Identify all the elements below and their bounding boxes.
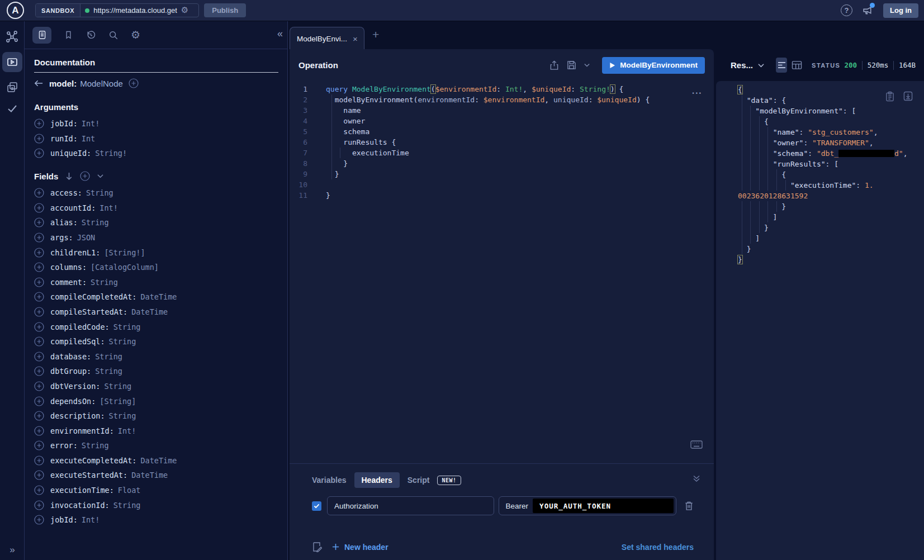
history-icon[interactable] (86, 30, 96, 40)
sort-fields-icon[interactable] (65, 172, 73, 181)
field-name[interactable]: uniqueId: (50, 149, 91, 158)
field-type[interactable]: Int! (82, 515, 100, 524)
field-type[interactable]: String (113, 501, 141, 510)
field-type[interactable]: String (113, 322, 141, 331)
add-field-icon[interactable] (34, 134, 44, 144)
editor-more-menu-icon[interactable]: ••• (693, 91, 703, 96)
field-name[interactable]: dbtVersion: (50, 382, 100, 391)
add-field-icon[interactable] (34, 232, 44, 243)
tab-headers[interactable]: Headers (354, 472, 400, 488)
announcements-icon[interactable] (862, 4, 874, 16)
add-field-icon[interactable] (34, 148, 44, 158)
response-title-chevron-icon[interactable] (758, 63, 764, 68)
field-name[interactable]: jobId: (50, 515, 78, 524)
response-body[interactable]: { "data": { "modelByEnvironment": [ { "n… (716, 81, 924, 560)
publish-button[interactable]: Publish (204, 3, 246, 17)
field-name[interactable]: dbtGroup: (50, 367, 91, 376)
header-value-input[interactable]: Bearer YOUR_AUTH_TOKEN (499, 496, 676, 515)
delete-header-icon[interactable] (684, 501, 694, 511)
copy-response-icon[interactable] (885, 91, 894, 102)
add-field-icon[interactable] (34, 248, 44, 258)
field-type[interactable]: JSON (77, 233, 96, 242)
field-type[interactable]: [CatalogColumn] (91, 263, 159, 272)
add-field-icon[interactable] (34, 411, 44, 421)
save-operation-icon[interactable] (567, 60, 576, 70)
fields-options-chevron-icon[interactable] (97, 174, 103, 178)
field-name[interactable]: childrenL1: (50, 248, 100, 257)
add-all-fields-icon[interactable] (80, 171, 90, 181)
field-type[interactable]: DateTime (131, 471, 168, 480)
field-type[interactable]: String (82, 441, 109, 450)
add-field-icon[interactable] (34, 455, 44, 466)
field-type[interactable]: String (109, 337, 136, 346)
field-name[interactable]: compiledSql: (50, 337, 105, 346)
add-field-icon[interactable] (34, 500, 44, 510)
field-type[interactable]: String (95, 367, 122, 376)
field-name[interactable]: runId: (50, 134, 78, 143)
field-type[interactable]: Int! (99, 203, 118, 212)
add-field-icon[interactable] (34, 515, 44, 525)
apollo-logo[interactable]: A (7, 2, 24, 19)
expand-rail-icon[interactable]: » (0, 544, 25, 556)
add-type-icon[interactable] (129, 78, 139, 88)
tab-variables[interactable]: Variables (312, 476, 347, 485)
field-type[interactable]: DateTime (140, 292, 177, 301)
set-shared-headers-link[interactable]: Set shared headers (622, 543, 694, 552)
table-view-toggle-icon[interactable] (792, 60, 802, 70)
add-field-icon[interactable] (34, 307, 44, 317)
share-operation-icon[interactable] (549, 60, 559, 70)
add-field-icon[interactable] (34, 262, 44, 272)
operation-tab[interactable]: ModelByEnvi... × (290, 27, 364, 50)
explorer-nav-icon[interactable] (2, 52, 22, 72)
add-field-icon[interactable] (34, 485, 44, 495)
add-field-icon[interactable] (34, 381, 44, 391)
field-type[interactable]: Int (82, 134, 95, 143)
field-name[interactable]: description: (50, 411, 105, 420)
json-view-toggle-icon[interactable] (776, 58, 787, 73)
field-name[interactable]: jobId: (50, 119, 78, 128)
bookmarks-icon[interactable] (64, 30, 73, 40)
add-field-icon[interactable] (34, 203, 44, 213)
field-name[interactable]: compileStartedAt: (50, 307, 127, 316)
field-name[interactable]: dependsOn: (50, 397, 96, 406)
field-type[interactable]: DateTime (140, 456, 177, 465)
download-response-icon[interactable] (903, 91, 913, 102)
header-name-input[interactable]: Authorization (327, 496, 494, 515)
field-type[interactable]: String (109, 411, 136, 420)
field-type[interactable]: String (91, 278, 118, 287)
edit-headers-icon[interactable] (312, 542, 322, 552)
field-name[interactable]: compileCompletedAt: (50, 292, 136, 301)
add-field-icon[interactable] (34, 426, 44, 436)
field-name[interactable]: columns: (50, 263, 87, 272)
settings-icon[interactable]: ⚙ (131, 30, 140, 40)
checks-nav-icon[interactable] (6, 102, 18, 115)
field-name[interactable]: error: (50, 441, 78, 450)
breadcrumb-type[interactable]: ModelNode (80, 79, 123, 88)
field-name[interactable]: alias: (50, 218, 78, 227)
save-options-chevron-icon[interactable] (584, 63, 590, 67)
help-icon[interactable]: ? (841, 4, 852, 16)
add-field-icon[interactable] (34, 188, 44, 198)
add-field-icon[interactable] (34, 440, 44, 450)
add-field-icon[interactable] (34, 352, 44, 362)
endpoint-url[interactable]: https://metadata.cloud.get (93, 6, 177, 15)
field-name[interactable]: compiledCode: (50, 322, 110, 331)
field-name[interactable]: executeStartedAt: (50, 471, 127, 480)
field-name[interactable]: environmentId: (50, 426, 114, 435)
add-field-icon[interactable] (34, 470, 44, 480)
field-name[interactable]: accountId: (50, 203, 96, 212)
field-type[interactable]: DateTime (131, 307, 168, 316)
field-type[interactable]: String (104, 382, 131, 391)
collapse-panel-icon[interactable]: « (277, 28, 283, 40)
endpoint-url-box[interactable]: https://metadata.cloud.get ⚙ (80, 4, 198, 17)
field-type[interactable]: Int! (82, 119, 100, 128)
close-tab-icon[interactable]: × (353, 34, 358, 44)
field-type[interactable]: String! (95, 149, 127, 158)
collections-nav-icon[interactable] (6, 80, 19, 94)
collapse-section-icon[interactable] (693, 474, 700, 482)
field-name[interactable]: invocationId: (50, 501, 110, 510)
field-name[interactable]: database: (50, 352, 91, 361)
field-name[interactable]: executeCompletedAt: (50, 456, 136, 465)
field-type[interactable]: String (82, 218, 109, 227)
add-field-icon[interactable] (34, 118, 44, 129)
